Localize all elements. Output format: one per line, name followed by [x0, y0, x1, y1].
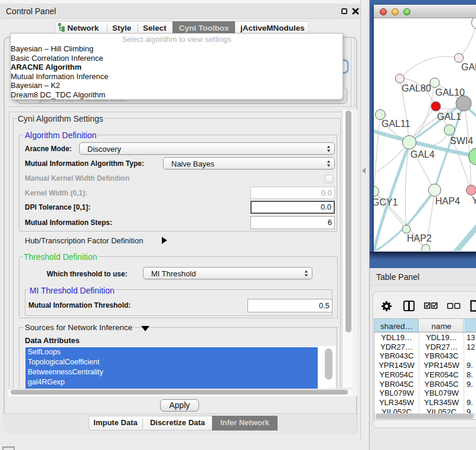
svg-text:SWI4: SWI4: [450, 136, 473, 146]
svg-text:GAL80: GAL80: [402, 83, 431, 93]
svg-text:GAL11: GAL11: [382, 119, 410, 129]
svg-text:GAL10: GAL10: [435, 87, 465, 97]
svg-text:GAL1: GAL1: [437, 112, 461, 122]
svg-text:GAL4: GAL4: [410, 149, 435, 159]
svg-text:GAL: GAL: [461, 62, 476, 72]
svg-text:GCY1: GCY1: [374, 197, 398, 207]
svg-text:Y: Y: [472, 195, 476, 206]
svg-text:HAP2: HAP2: [407, 233, 432, 243]
svg-text:HAP4: HAP4: [435, 196, 460, 206]
